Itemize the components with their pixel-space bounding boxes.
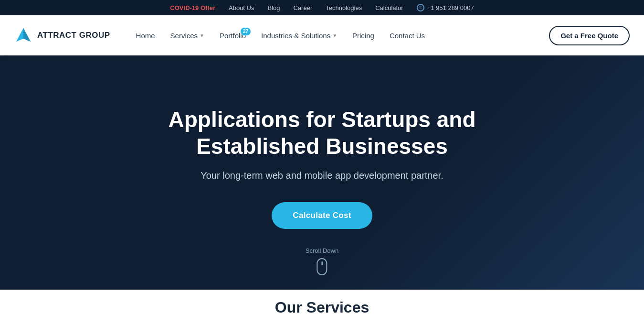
calculator-link[interactable]: Calculator <box>375 4 403 11</box>
navbar: ATTRACT GROUP Home Services ▼ Portfolio … <box>0 15 644 55</box>
nav-services[interactable]: Services ▼ <box>164 27 211 44</box>
top-bar: COVID-19 Offer About Us Blog Career Tech… <box>0 0 644 15</box>
nav-pricing[interactable]: Pricing <box>346 27 381 44</box>
scroll-wheel <box>321 261 323 265</box>
services-chevron-icon: ▼ <box>200 33 204 38</box>
hero-section: Applications for Startups and Establishe… <box>0 55 644 290</box>
logo-icon <box>14 26 32 44</box>
nav-contact[interactable]: Contact Us <box>383 27 432 44</box>
phone-number: +1 951 289 0007 <box>427 4 474 11</box>
portfolio-badge: 27 <box>241 28 251 35</box>
nav-home[interactable]: Home <box>129 27 162 44</box>
scroll-down: Scroll Down <box>306 247 338 275</box>
technologies-link[interactable]: Technologies <box>326 4 362 11</box>
logo[interactable]: ATTRACT GROUP <box>14 26 110 44</box>
scroll-label: Scroll Down <box>306 247 338 254</box>
nav-links: Home Services ▼ Portfolio 27 Industries … <box>129 27 549 44</box>
blog-link[interactable]: Blog <box>267 4 280 11</box>
phone-wrap: ✆ +1 951 289 0007 <box>417 4 474 11</box>
hero-heading: Applications for Startups and Establishe… <box>107 107 537 159</box>
calculate-cost-button[interactable]: Calculate Cost <box>272 202 372 229</box>
scroll-mouse-icon <box>317 258 327 275</box>
phone-icon: ✆ <box>417 4 424 11</box>
logo-text: ATTRACT GROUP <box>37 31 110 40</box>
get-free-quote-button[interactable]: Get a Free Quote <box>549 26 630 45</box>
nav-portfolio[interactable]: Portfolio 27 <box>213 27 253 44</box>
hero-subheading: Your long-term web and mobile app develo… <box>107 170 537 181</box>
career-link[interactable]: Career <box>294 4 313 11</box>
industries-chevron-icon: ▼ <box>332 33 337 38</box>
services-section-peek: Our Services <box>0 290 644 314</box>
about-us-link[interactable]: About Us <box>229 4 254 11</box>
our-services-heading: Our Services <box>275 299 369 314</box>
covid-offer-link[interactable]: COVID-19 Offer <box>170 4 215 11</box>
svg-marker-1 <box>23 28 31 42</box>
nav-industries[interactable]: Industries & Solutions ▼ <box>254 27 344 44</box>
hero-content: Applications for Startups and Establishe… <box>107 107 537 228</box>
